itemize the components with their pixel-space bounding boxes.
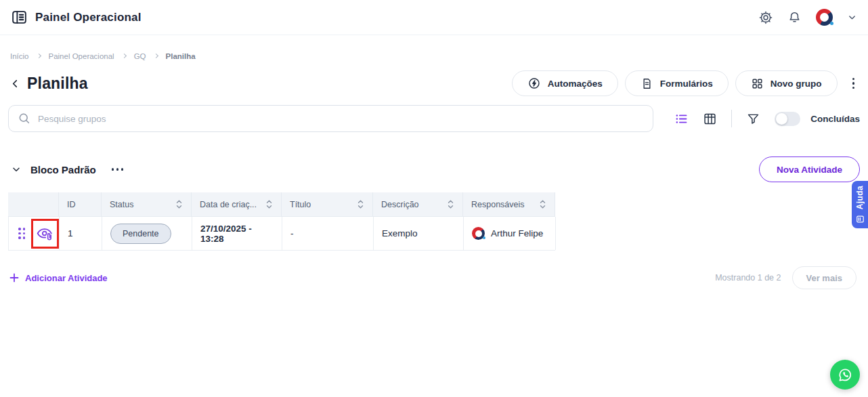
breadcrumb-gq[interactable]: GQ — [134, 52, 146, 60]
breadcrumb: Início Painel Operacional GQ Planilha — [10, 52, 196, 60]
search-row: Concluídas — [8, 105, 860, 132]
column-header-created[interactable]: Data de criaç... — [192, 192, 282, 216]
board-view-icon[interactable] — [703, 112, 717, 126]
column-header-status[interactable]: Status — [102, 192, 192, 216]
footer-right: Mostrando 1 de 2 Ver mais — [715, 266, 856, 289]
column-header-assignees[interactable]: Responsáveis — [463, 192, 555, 216]
view-controls: Concluídas — [674, 110, 860, 127]
sort-icon — [447, 199, 454, 209]
breadcrumb-separator-icon — [122, 54, 127, 58]
gear-icon[interactable] — [758, 10, 773, 25]
footer-row: Adicionar Atividade Mostrando 1 de 2 Ver… — [9, 266, 856, 290]
column-header-handle — [8, 192, 59, 216]
table-row: 1 Pendente 27/10/2025 - 13:28 - Exemplo … — [8, 217, 555, 251]
breadcrumb-separator-icon — [154, 54, 158, 58]
showing-text: Mostrando 1 de 2 — [715, 273, 781, 283]
concluidas-toggle[interactable] — [775, 112, 800, 126]
cell-id: 1 — [60, 217, 102, 250]
title-row: Planilha Automações F — [9, 70, 857, 96]
eye-attachment-icon[interactable] — [36, 226, 54, 243]
cell-description: Exemplo — [374, 217, 464, 250]
automations-button[interactable]: Automações — [512, 70, 618, 96]
breadcrumb-current: Planilha — [166, 52, 196, 60]
help-label: Ajuda — [855, 186, 865, 209]
breadcrumb-separator-icon — [36, 54, 41, 58]
concluidas-label: Concluídas — [810, 114, 860, 124]
sort-icon — [539, 199, 546, 209]
bell-icon[interactable] — [787, 10, 802, 24]
sort-icon — [357, 199, 364, 209]
ver-mais-button[interactable]: Ver mais — [792, 266, 857, 289]
filter-icon[interactable] — [746, 112, 760, 126]
toggle-knob — [776, 113, 787, 125]
forms-label: Formulários — [660, 79, 713, 89]
page-actions: Automações Formulários — [512, 70, 857, 96]
column-header-title[interactable]: Título — [282, 192, 373, 216]
drag-handle-icon[interactable] — [18, 228, 25, 239]
breadcrumb-painel[interactable]: Painel Operacional — [49, 52, 114, 60]
cell-assignee: Arthur Felipe — [464, 217, 556, 250]
sort-icon — [175, 199, 183, 209]
new-group-icon — [751, 77, 764, 90]
forms-icon — [641, 77, 653, 90]
topbar-right — [758, 9, 857, 26]
new-group-label: Novo grupo — [771, 79, 822, 89]
kebab-menu-icon[interactable] — [850, 75, 858, 92]
search-icon — [18, 112, 31, 125]
row-handle-cell — [9, 217, 60, 250]
cell-title: - — [282, 217, 374, 250]
automations-icon — [527, 77, 541, 90]
app-window: Painel Operacional — [0, 0, 868, 397]
user-logo-icon[interactable] — [816, 9, 833, 26]
search-input[interactable] — [38, 114, 644, 124]
column-header-id: ID — [59, 192, 102, 216]
brand-avatar — [816, 9, 833, 26]
list-view-icon[interactable] — [674, 112, 689, 126]
whatsapp-icon — [836, 366, 854, 384]
column-header-description[interactable]: Descrição — [373, 192, 463, 216]
help-book-icon — [856, 215, 865, 224]
topbar: Painel Operacional — [0, 0, 868, 35]
back-icon[interactable] — [9, 78, 21, 89]
sort-icon — [265, 199, 273, 209]
cell-created: 27/10/2025 - 13:28 — [192, 217, 282, 250]
group-menu-icon[interactable] — [109, 165, 127, 173]
whatsapp-button[interactable] — [830, 360, 860, 390]
chevron-down-icon[interactable] — [847, 12, 857, 22]
group-chevron-icon[interactable] — [11, 164, 22, 175]
status-badge[interactable]: Pendente — [110, 224, 171, 244]
add-activity-label: Adicionar Atividade — [25, 273, 108, 283]
group-left: Bloco Padrão — [11, 164, 126, 175]
title-left: Planilha — [9, 75, 88, 93]
highlight-box — [31, 219, 59, 249]
forms-button[interactable]: Formulários — [625, 70, 729, 96]
assignee-name: Arthur Felipe — [491, 228, 543, 238]
search-box[interactable] — [8, 105, 653, 132]
table-header: ID Status Data de criaç... Título Descri… — [8, 192, 555, 217]
activities-table: ID Status Data de criaç... Título Descri… — [8, 192, 555, 251]
cell-status: Pendente — [102, 217, 192, 250]
help-tab[interactable]: Ajuda — [852, 181, 868, 228]
new-group-button[interactable]: Novo grupo — [735, 70, 838, 96]
breadcrumb-home[interactable]: Início — [10, 52, 29, 60]
automations-label: Automações — [548, 79, 603, 89]
group-name: Bloco Padrão — [30, 164, 96, 175]
add-activity-link[interactable]: Adicionar Atividade — [9, 273, 108, 283]
divider — [731, 110, 732, 127]
app-title: Painel Operacional — [35, 11, 142, 24]
panel-icon — [11, 9, 28, 26]
nova-atividade-button[interactable]: Nova Atividade — [759, 156, 860, 182]
group-row: Bloco Padrão Nova Atividade — [11, 156, 860, 182]
page-title: Planilha — [27, 75, 88, 93]
assignee-avatar — [472, 227, 485, 240]
topbar-left: Painel Operacional — [11, 9, 142, 26]
plus-icon — [9, 273, 19, 283]
